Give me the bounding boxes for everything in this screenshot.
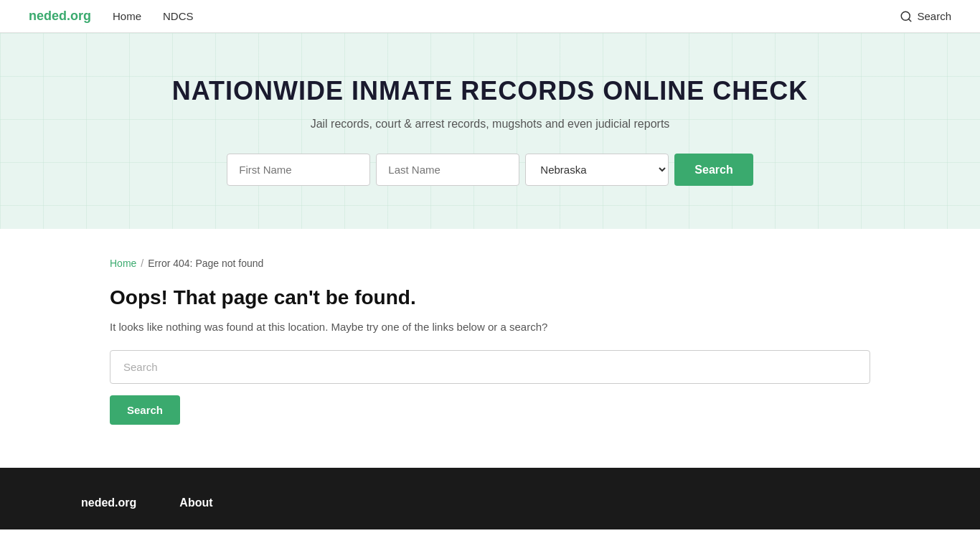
breadcrumb-home-link[interactable]: Home xyxy=(110,258,136,269)
footer-about-col: About xyxy=(179,496,212,515)
breadcrumb-separator: / xyxy=(141,258,143,269)
site-logo[interactable]: neded.org xyxy=(29,9,91,24)
breadcrumb-current: Error 404: Page not found xyxy=(148,258,263,269)
hero-section: NATIONWIDE INMATE RECORDS ONLINE CHECK J… xyxy=(0,33,980,229)
state-select[interactable]: Nebraska Alabama Alaska Arizona Arkansas… xyxy=(525,154,669,186)
footer-brand-col: neded.org xyxy=(81,496,136,515)
hero-title: NATIONWIDE INMATE RECORDS ONLINE CHECK xyxy=(14,76,966,106)
hero-search-button[interactable]: Search xyxy=(674,154,753,186)
nav-home[interactable]: Home xyxy=(113,10,141,22)
page-search-button[interactable]: Search xyxy=(110,395,180,425)
header-search-label: Search xyxy=(917,10,951,22)
hero-subtitle: Jail records, court & arrest records, mu… xyxy=(14,118,966,131)
nav-ndcs[interactable]: NDCS xyxy=(163,10,194,22)
last-name-input[interactable] xyxy=(376,154,519,186)
svg-line-1 xyxy=(909,19,911,21)
footer-brand: neded.org xyxy=(81,496,136,509)
breadcrumb: Home / Error 404: Page not found xyxy=(110,258,870,269)
main-nav: Home NDCS xyxy=(113,10,194,22)
error-description: It looks like nothing was found at this … xyxy=(110,321,870,333)
error-title: Oops! That page can't be found. xyxy=(110,286,870,309)
hero-search-form: Nebraska Alabama Alaska Arizona Arkansas… xyxy=(14,154,966,186)
site-header: neded.org Home NDCS Search xyxy=(0,0,980,33)
search-icon xyxy=(900,10,913,23)
footer-inner: neded.org About xyxy=(81,496,899,515)
first-name-input[interactable] xyxy=(227,154,370,186)
page-search-input[interactable] xyxy=(110,350,870,384)
footer-about-title: About xyxy=(179,496,212,509)
header-search-trigger[interactable]: Search xyxy=(900,10,951,23)
site-footer: neded.org About xyxy=(0,468,980,529)
main-content: Home / Error 404: Page not found Oops! T… xyxy=(81,229,899,468)
